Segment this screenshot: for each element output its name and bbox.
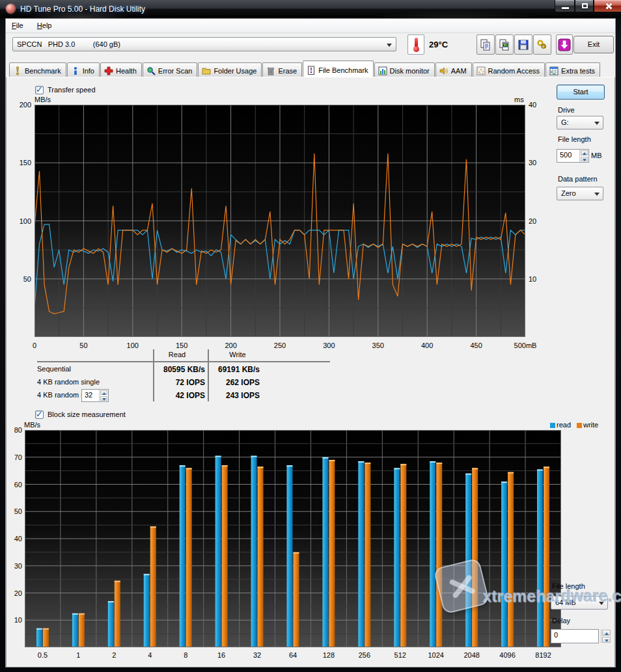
- bar-xtick: 1024: [420, 651, 452, 659]
- bar-xtick: 256: [348, 651, 381, 659]
- trash-icon: [266, 66, 275, 75]
- delay-input[interactable]: 0: [551, 629, 599, 643]
- update-button[interactable]: [556, 34, 573, 55]
- start-button[interactable]: Start: [557, 85, 605, 100]
- spin-up-icon: [583, 152, 586, 155]
- xtick: 450: [467, 342, 486, 349]
- app-icon: [6, 4, 16, 14]
- check-icon: ✓: [36, 85, 43, 94]
- write-bar: [472, 468, 478, 647]
- copy-image-button[interactable]: [495, 34, 514, 55]
- read-bar: [287, 465, 293, 647]
- transfer-speed-checkbox[interactable]: ✓: [35, 86, 44, 94]
- copy-image-icon: [498, 38, 511, 51]
- tab-aam[interactable]: AAM: [435, 62, 472, 77]
- menu-bar: File Help: [6, 19, 615, 33]
- menu-help[interactable]: Help: [31, 19, 58, 31]
- drive-combo[interactable]: G:: [557, 116, 603, 129]
- close-icon: [605, 3, 612, 10]
- read-bar: [180, 465, 186, 647]
- bar-ytick: 50: [10, 507, 22, 515]
- tab-random-access[interactable]: Random Access: [473, 62, 545, 77]
- bar-xtick: 64: [277, 651, 309, 659]
- maximize-button[interactable]: [575, 0, 594, 12]
- tab-file-benchmark[interactable]: File Benchmark: [303, 60, 373, 77]
- write-bar: [258, 466, 264, 647]
- file-length-unit: MB: [591, 152, 602, 159]
- write-bar: [186, 468, 192, 647]
- line-chart-yunit: MB/s: [34, 96, 51, 103]
- transfer-speed-label: Transfer speed: [48, 86, 96, 94]
- bar-xtick: 0.5: [26, 651, 59, 659]
- xtick-last: 500mB: [511, 342, 540, 349]
- read-bar: [251, 456, 257, 647]
- result-write-value: 243 IOPS: [195, 391, 260, 400]
- data-pattern-label: Data pattern: [558, 175, 598, 183]
- copy-text-icon: [479, 38, 492, 51]
- bar-xtick: 8: [169, 651, 202, 659]
- bar-ytick: 20: [10, 589, 22, 597]
- app-window: HD Tune Pro 5.00 - Hard Disk Utility Fil…: [0, 0, 621, 672]
- read-bar: [72, 613, 78, 647]
- bar-xtick: 2048: [456, 651, 488, 659]
- tab-info[interactable]: Info: [67, 62, 100, 77]
- exit-button[interactable]: Exit: [573, 36, 614, 53]
- read-bar: [430, 461, 435, 647]
- drive-select-combo[interactable]: SPCCN PHD 3.0 (640 gB): [12, 37, 396, 51]
- disk-monitor-icon: [378, 66, 387, 75]
- tab-error-scan[interactable]: Error Scan: [143, 62, 198, 77]
- close-button[interactable]: [594, 0, 621, 12]
- spin-down-icon: [605, 639, 609, 642]
- temperature-value: 29°C: [429, 40, 448, 49]
- tab-extra-tests[interactable]: Extra tests: [545, 62, 600, 77]
- chevron-down-icon: [594, 193, 600, 196]
- copy-text-button[interactable]: [476, 34, 495, 55]
- read-header: Read: [148, 351, 206, 358]
- tab-benchmark[interactable]: Benchmark: [9, 62, 66, 77]
- write-bar: [294, 552, 299, 647]
- window-title: HD Tune Pro 5.00 - Hard Disk Utility: [20, 5, 145, 14]
- tab-erase[interactable]: Erase: [262, 62, 302, 77]
- maximize-icon: [582, 3, 588, 8]
- delay-spinner[interactable]: [601, 629, 611, 643]
- read-bar: [394, 468, 400, 647]
- write-bar: [436, 463, 442, 647]
- toolbar: SPCCN PHD 3.0 (640 gB) 29°C: [6, 33, 615, 59]
- minimize-button[interactable]: [555, 0, 575, 12]
- read-bar: [215, 456, 221, 647]
- ytick-left: 200: [18, 101, 31, 109]
- line-chart-yunit-right: ms: [514, 96, 524, 103]
- block-file-length-combo[interactable]: 64 MB: [551, 596, 608, 610]
- write-bar: [150, 526, 156, 647]
- tab-folder-usage[interactable]: Folder Usage: [198, 62, 262, 77]
- random-access-icon: [476, 66, 486, 75]
- bar-xtick: 4: [133, 651, 166, 659]
- tab-health[interactable]: Health: [100, 62, 142, 77]
- bar-xtick: 4096: [491, 651, 524, 659]
- menu-file[interactable]: File: [6, 19, 29, 31]
- multi-queue-spinner[interactable]: 32: [81, 389, 109, 402]
- ytick-right: 20: [529, 217, 543, 225]
- block-size-checkbox[interactable]: ✓: [35, 410, 44, 419]
- minimize-icon: [562, 7, 569, 9]
- write-bar: [365, 463, 370, 647]
- write-bar: [544, 466, 549, 647]
- read-bar: [537, 470, 543, 647]
- file-length-spinner[interactable]: 500: [557, 149, 589, 163]
- result-write-value: 69191 KB/s: [195, 365, 260, 374]
- bar-xtick: 2: [98, 651, 130, 659]
- xtick: 0: [25, 342, 44, 349]
- drive-label: Drive: [558, 106, 575, 114]
- save-button[interactable]: [514, 34, 532, 55]
- spinner-arrows[interactable]: [579, 150, 588, 162]
- legend-read-swatch: [550, 423, 555, 428]
- file-benchmark-page: ✓ Transfer speed Start Drive G: File len…: [6, 77, 615, 667]
- chevron-down-icon: [594, 122, 600, 125]
- transfer-speed-chart: [34, 105, 525, 337]
- options-button[interactable]: [533, 34, 551, 55]
- write-header: Write: [208, 351, 267, 358]
- data-pattern-combo[interactable]: Zero: [557, 187, 603, 200]
- tab-disk-monitor[interactable]: Disk monitor: [374, 62, 435, 77]
- read-bar: [465, 474, 471, 647]
- info-icon: [71, 66, 80, 75]
